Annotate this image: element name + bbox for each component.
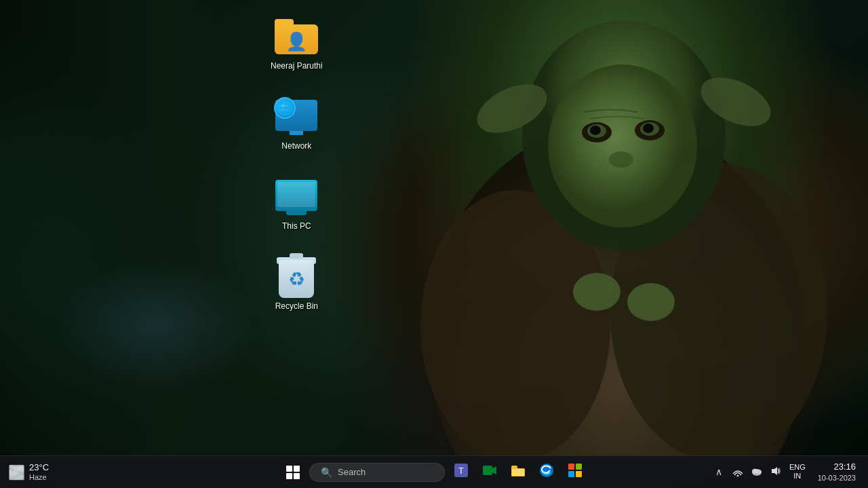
desktop-icons-container: 👤 Neeraj Paruthi Network This PC — [267, 14, 327, 314]
win-tile-3 — [286, 473, 292, 479]
desktop-icon-this-pc[interactable]: This PC — [269, 174, 324, 233]
store-icon — [568, 463, 583, 481]
svg-point-11 — [590, 126, 601, 135]
weather-widget[interactable]: 🌫️ 23°C Haze — [8, 462, 49, 482]
folder-body: 👤 — [275, 24, 318, 54]
taskbar-app-meet[interactable] — [477, 460, 502, 485]
volume-icon — [770, 466, 781, 478]
network-tray-icon — [732, 466, 743, 478]
svg-point-6 — [548, 64, 697, 227]
weather-icon: 🌫️ — [8, 464, 25, 481]
weather-temp: 23°C — [29, 462, 49, 473]
language-indicator[interactable]: ENG IN — [787, 462, 808, 482]
network-icon-img — [273, 96, 320, 137]
tray-network-icon[interactable] — [730, 464, 746, 480]
svg-rect-25 — [576, 464, 582, 470]
edge-icon — [539, 463, 554, 481]
svg-point-12 — [643, 124, 654, 133]
win-tile-4 — [294, 473, 300, 479]
recycle-bin-icon-img — [273, 257, 320, 297]
weather-condition: Haze — [29, 473, 49, 482]
svg-rect-26 — [568, 471, 574, 477]
taskbar: 🌫️ 23°C Haze 🔍 Search — [0, 455, 868, 488]
svg-marker-19 — [492, 466, 496, 474]
region-code: IN — [793, 472, 801, 481]
clock-time: 23:16 — [833, 461, 856, 473]
taskbar-app-file-explorer[interactable] — [506, 460, 530, 485]
search-bar[interactable]: 🔍 Search — [309, 463, 445, 482]
wallpaper-figure — [312, 0, 868, 462]
svg-rect-27 — [576, 471, 582, 477]
clock-widget[interactable]: 23:16 10-03-2023 — [814, 459, 860, 485]
recycle-bin-label: Recycle Bin — [275, 301, 318, 311]
network-icon — [273, 97, 320, 136]
windows-logo-icon — [286, 466, 300, 479]
tray-chevron-button[interactable]: ∧ — [711, 464, 727, 480]
user-folder-icon: 👤 — [275, 19, 318, 54]
meet-icon — [482, 463, 497, 481]
svg-point-14 — [573, 273, 620, 311]
taskbar-right: ∧ — [711, 459, 860, 485]
network-globe — [274, 97, 296, 119]
atmosphere-glow — [54, 258, 258, 394]
language-code: ENG — [789, 463, 806, 472]
svg-rect-18 — [483, 466, 492, 475]
svg-point-15 — [627, 283, 675, 321]
desktop-icon-network[interactable]: Network — [269, 94, 324, 153]
this-pc-label: This PC — [282, 221, 311, 231]
user-folder-icon-img: 👤 — [273, 16, 320, 57]
svg-rect-24 — [568, 464, 574, 470]
svg-text:T: T — [458, 466, 464, 476]
weather-text: 23°C Haze — [29, 462, 49, 482]
recycle-bin-body — [279, 260, 314, 298]
svg-point-28 — [736, 474, 738, 476]
this-pc-stand — [286, 210, 307, 215]
recycle-bin-icon — [275, 256, 317, 298]
clock-date: 10-03-2023 — [818, 473, 856, 483]
network-label: Network — [281, 141, 311, 151]
start-button[interactable] — [281, 460, 305, 485]
win-tile-2 — [294, 466, 300, 472]
desktop-icon-recycle-bin[interactable]: Recycle Bin — [269, 254, 324, 314]
taskbar-app-store[interactable] — [563, 460, 587, 485]
user-silhouette: 👤 — [285, 33, 307, 50]
chevron-up-icon: ∧ — [715, 466, 722, 477]
this-pc-icon-img — [273, 176, 320, 217]
cloud-icon — [751, 466, 763, 478]
desktop-icon-neeraj-paruthi[interactable]: 👤 Neeraj Paruthi — [267, 14, 327, 73]
svg-point-31 — [756, 470, 762, 474]
tray-volume-icon[interactable] — [768, 464, 784, 480]
svg-rect-22 — [512, 469, 524, 476]
file-explorer-icon — [511, 463, 526, 481]
svg-marker-32 — [772, 467, 777, 475]
search-label: Search — [338, 467, 366, 477]
taskbar-app-edge[interactable] — [534, 460, 559, 485]
taskbar-left: 🌫️ 23°C Haze — [8, 462, 90, 482]
this-pc-icon — [273, 179, 319, 215]
tray-weather-icon[interactable] — [749, 464, 765, 480]
neeraj-paruthi-label: Neeraj Paruthi — [271, 61, 323, 71]
taskbar-center: 🔍 Search T — [281, 460, 587, 485]
chat-icon: T — [454, 463, 469, 481]
this-pc-monitor — [275, 180, 317, 211]
svg-point-13 — [609, 151, 633, 168]
taskbar-app-chat[interactable]: T — [449, 460, 473, 485]
system-tray: ∧ — [711, 462, 808, 482]
win-tile-1 — [286, 466, 292, 472]
search-icon: 🔍 — [321, 467, 332, 478]
